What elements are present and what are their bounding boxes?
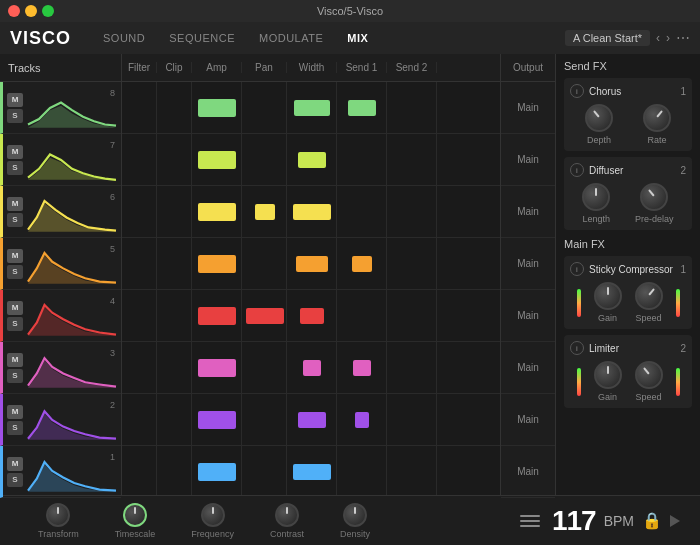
output-row-5[interactable]: Main xyxy=(501,238,555,290)
cell-width-4[interactable] xyxy=(287,290,337,342)
cell-send2-4[interactable] xyxy=(387,290,437,342)
cell-width-7[interactable] xyxy=(287,134,337,186)
cell-amp-4[interactable] xyxy=(192,290,242,342)
cell-clip-8[interactable] xyxy=(157,82,192,134)
maximize-button[interactable] xyxy=(42,5,54,17)
cell-clip-7[interactable] xyxy=(157,134,192,186)
cell-send1-7[interactable] xyxy=(337,134,387,186)
cell-amp-7[interactable] xyxy=(192,134,242,186)
mute-button-3[interactable]: M xyxy=(7,353,23,367)
cell-width-6[interactable] xyxy=(287,186,337,238)
cell-width-2[interactable] xyxy=(287,394,337,446)
cell-send1-8[interactable] xyxy=(337,82,387,134)
output-row-6[interactable]: Main xyxy=(501,186,555,238)
solo-button-4[interactable]: S xyxy=(7,317,23,331)
bpm-value[interactable]: 117 xyxy=(552,505,596,537)
cell-pan-3[interactable] xyxy=(242,342,287,394)
mute-button-4[interactable]: M xyxy=(7,301,23,315)
compressor-speed-knob[interactable] xyxy=(635,282,663,310)
output-row-8[interactable]: Main xyxy=(501,82,555,134)
cell-amp-3[interactable] xyxy=(192,342,242,394)
cell-filter-2[interactable] xyxy=(122,394,157,446)
play-button[interactable] xyxy=(670,515,680,527)
cell-send2-6[interactable] xyxy=(387,186,437,238)
cell-amp-1[interactable] xyxy=(192,446,242,495)
solo-button-5[interactable]: S xyxy=(7,265,23,279)
mute-button-2[interactable]: M xyxy=(7,405,23,419)
cell-send1-4[interactable] xyxy=(337,290,387,342)
limiter-info-icon[interactable]: i xyxy=(570,341,584,355)
cell-amp-2[interactable] xyxy=(192,394,242,446)
cell-send1-5[interactable] xyxy=(337,238,387,290)
cell-filter-5[interactable] xyxy=(122,238,157,290)
mute-button-7[interactable]: M xyxy=(7,145,23,159)
cell-clip-2[interactable] xyxy=(157,394,192,446)
cell-clip-1[interactable] xyxy=(157,446,192,495)
cell-pan-7[interactable] xyxy=(242,134,287,186)
cell-filter-1[interactable] xyxy=(122,446,157,495)
cell-pan-8[interactable] xyxy=(242,82,287,134)
limiter-speed-knob[interactable] xyxy=(635,361,663,389)
output-row-3[interactable]: Main xyxy=(501,342,555,394)
transform-knob[interactable] xyxy=(46,503,70,527)
minimize-button[interactable] xyxy=(25,5,37,17)
cell-amp-6[interactable] xyxy=(192,186,242,238)
cell-send1-1[interactable] xyxy=(337,446,387,495)
solo-button-8[interactable]: S xyxy=(7,109,23,123)
solo-button-1[interactable]: S xyxy=(7,473,23,487)
chorus-rate-knob[interactable] xyxy=(643,104,671,132)
compressor-info-icon[interactable]: i xyxy=(570,262,584,276)
next-arrow[interactable]: › xyxy=(666,31,670,45)
cell-send2-1[interactable] xyxy=(387,446,437,495)
solo-button-3[interactable]: S xyxy=(7,369,23,383)
diffuser-length-knob[interactable] xyxy=(582,183,610,211)
cell-clip-5[interactable] xyxy=(157,238,192,290)
nav-mix[interactable]: MIX xyxy=(335,22,380,54)
output-row-1[interactable]: Main xyxy=(501,446,555,498)
prev-arrow[interactable]: ‹ xyxy=(656,31,660,45)
cell-pan-6[interactable] xyxy=(242,186,287,238)
preset-name[interactable]: A Clean Start* xyxy=(565,30,650,46)
output-row-2[interactable]: Main xyxy=(501,394,555,446)
nav-sequence[interactable]: SEQUENCE xyxy=(157,22,247,54)
output-row-4[interactable]: Main xyxy=(501,290,555,342)
cell-send2-8[interactable] xyxy=(387,82,437,134)
cell-width-3[interactable] xyxy=(287,342,337,394)
cell-send2-2[interactable] xyxy=(387,394,437,446)
nav-modulate[interactable]: MODULATE xyxy=(247,22,335,54)
lock-icon[interactable]: 🔒 xyxy=(642,511,662,530)
mute-button-5[interactable]: M xyxy=(7,249,23,263)
solo-button-7[interactable]: S xyxy=(7,161,23,175)
mute-button-6[interactable]: M xyxy=(7,197,23,211)
density-knob[interactable] xyxy=(343,503,367,527)
cell-send2-5[interactable] xyxy=(387,238,437,290)
compressor-gain-knob[interactable] xyxy=(594,282,622,310)
mute-button-1[interactable]: M xyxy=(7,457,23,471)
output-row-7[interactable]: Main xyxy=(501,134,555,186)
menu-dots[interactable]: ⋯ xyxy=(676,30,690,46)
frequency-knob[interactable] xyxy=(201,503,225,527)
cell-pan-1[interactable] xyxy=(242,446,287,495)
cell-width-8[interactable] xyxy=(287,82,337,134)
cell-send1-2[interactable] xyxy=(337,394,387,446)
solo-button-2[interactable]: S xyxy=(7,421,23,435)
contrast-knob[interactable] xyxy=(275,503,299,527)
diffuser-info-icon[interactable]: i xyxy=(570,163,584,177)
cell-filter-6[interactable] xyxy=(122,186,157,238)
limiter-gain-knob[interactable] xyxy=(594,361,622,389)
close-button[interactable] xyxy=(8,5,20,17)
cell-amp-8[interactable] xyxy=(192,82,242,134)
cell-send1-3[interactable] xyxy=(337,342,387,394)
cell-filter-8[interactable] xyxy=(122,82,157,134)
cell-pan-4[interactable] xyxy=(242,290,287,342)
diffuser-predelay-knob[interactable] xyxy=(640,183,668,211)
chorus-depth-knob[interactable] xyxy=(585,104,613,132)
cell-send1-6[interactable] xyxy=(337,186,387,238)
cell-pan-2[interactable] xyxy=(242,394,287,446)
cell-filter-3[interactable] xyxy=(122,342,157,394)
cell-send2-7[interactable] xyxy=(387,134,437,186)
cell-clip-6[interactable] xyxy=(157,186,192,238)
cell-filter-4[interactable] xyxy=(122,290,157,342)
nav-sound[interactable]: SOUND xyxy=(91,22,157,54)
chorus-info-icon[interactable]: i xyxy=(570,84,584,98)
